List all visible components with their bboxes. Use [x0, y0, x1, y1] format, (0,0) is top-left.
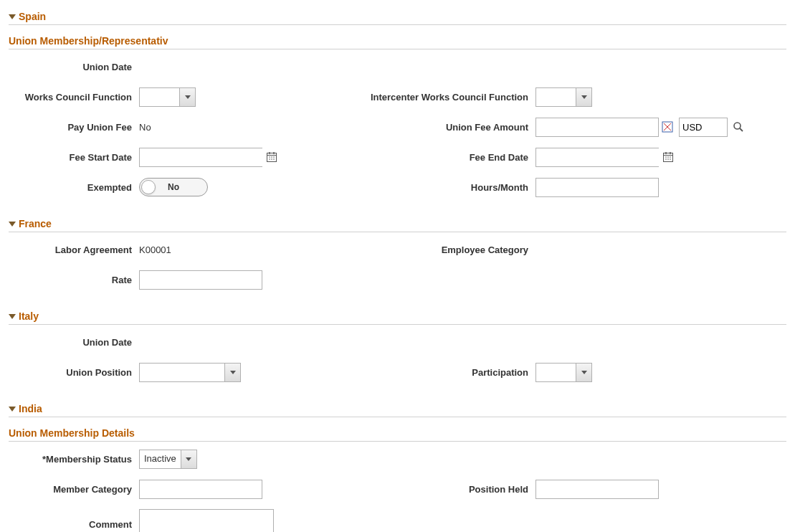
calendar-icon[interactable] — [662, 148, 674, 166]
section-title: Italy — [19, 310, 39, 322]
label-intercenter: Intercenter Works Council Function — [338, 92, 535, 103]
member-category-input[interactable] — [139, 480, 262, 499]
fee-start-date-input[interactable] — [140, 148, 266, 166]
label-member-category: Member Category — [9, 484, 139, 495]
label-fee-start-date: Fee Start Date — [9, 152, 139, 163]
search-icon[interactable] — [732, 120, 745, 133]
collapse-icon — [9, 222, 16, 227]
label-pay-union-fee: Pay Union Fee — [9, 122, 139, 133]
label-position-held: Position Held — [338, 484, 535, 495]
calendar-icon[interactable] — [266, 148, 277, 166]
chevron-down-icon — [179, 88, 195, 106]
section-header-italy[interactable]: Italy — [9, 308, 786, 325]
subsection-header-membership-details: Union Membership Details — [9, 423, 786, 442]
subsection-header-union-membership: Union Membership/Representativ — [9, 31, 786, 49]
label-union-date-italy: Union Date — [9, 337, 139, 348]
section-header-france[interactable]: France — [9, 216, 786, 232]
label-participation: Participation — [338, 367, 535, 378]
fee-start-date-field[interactable] — [139, 148, 262, 167]
label-membership-status: *Membership Status — [9, 454, 139, 465]
label-union-fee-amount: Union Fee Amount — [338, 122, 535, 133]
label-rate: Rate — [9, 275, 139, 285]
toggle-knob — [141, 180, 156, 194]
section-title: Spain — [19, 11, 46, 22]
works-council-select[interactable] — [139, 87, 196, 107]
label-exempted: Exempted — [9, 182, 139, 193]
intercenter-select[interactable] — [535, 87, 592, 107]
section-header-india[interactable]: India — [9, 401, 786, 417]
fee-end-date-input[interactable] — [536, 148, 662, 166]
label-labor-agreement: Labor Agreement — [9, 244, 139, 255]
chevron-down-icon — [224, 364, 240, 381]
toggle-label: No — [168, 182, 179, 192]
section-header-spain[interactable]: Spain — [9, 9, 786, 25]
rate-input[interactable] — [139, 270, 262, 290]
label-employee-category: Employee Category — [338, 244, 535, 255]
svg-point-10 — [269, 158, 270, 160]
union-fee-amount-input[interactable] — [535, 118, 659, 137]
chevron-down-icon — [576, 364, 591, 381]
membership-status-select[interactable]: Inactive — [139, 450, 197, 469]
svg-point-11 — [271, 158, 272, 160]
svg-point-20 — [665, 158, 667, 160]
label-works-council: Works Council Function — [9, 92, 139, 103]
svg-point-8 — [271, 156, 272, 158]
svg-point-19 — [670, 156, 671, 158]
position-held-input[interactable] — [535, 480, 659, 499]
svg-point-22 — [670, 158, 671, 160]
svg-point-1 — [734, 123, 741, 129]
svg-point-7 — [269, 156, 270, 158]
svg-point-12 — [273, 158, 275, 160]
exempted-toggle[interactable]: No — [139, 178, 208, 196]
hours-month-input[interactable] — [535, 178, 659, 197]
france-form: Labor Agreement K00001 Employee Category… — [9, 232, 786, 303]
label-union-position: Union Position — [9, 367, 139, 378]
union-position-select[interactable] — [139, 363, 241, 382]
label-fee-end-date: Fee End Date — [338, 152, 535, 163]
svg-point-17 — [665, 156, 667, 158]
svg-line-2 — [740, 128, 743, 131]
currency-input[interactable] — [679, 118, 728, 137]
label-union-date: Union Date — [9, 62, 139, 72]
label-hours-month: Hours/Month — [338, 182, 535, 193]
spain-form: Union Date Works Council Function Interc… — [9, 49, 786, 210]
subsection-title: Union Membership Details — [9, 427, 135, 439]
india-form: *Membership Status Inactive Member Categ… — [9, 442, 786, 532]
label-comment: Comment — [9, 509, 139, 530]
italy-form: Union Date Union Position Participation — [9, 325, 786, 395]
svg-point-21 — [667, 158, 669, 160]
subsection-title: Union Membership/Representativ — [9, 35, 168, 47]
section-title: India — [19, 403, 42, 414]
participation-select[interactable] — [535, 363, 592, 382]
section-title: France — [19, 218, 52, 229]
collapse-icon — [9, 14, 16, 19]
value-labor-agreement: K00001 — [139, 244, 171, 255]
chevron-down-icon — [181, 450, 196, 468]
fee-end-date-field[interactable] — [535, 148, 659, 167]
value-pay-union-fee: No — [139, 122, 151, 133]
related-actions-icon[interactable] — [662, 121, 673, 133]
svg-point-18 — [667, 156, 669, 158]
collapse-icon — [9, 314, 16, 319]
chevron-down-icon — [576, 88, 591, 106]
comment-textarea[interactable] — [139, 509, 274, 532]
svg-point-9 — [273, 156, 275, 158]
collapse-icon — [9, 407, 16, 412]
